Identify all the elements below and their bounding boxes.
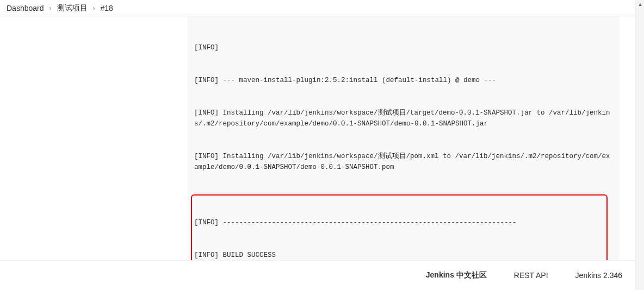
console-line: [INFO] BUILD SUCCESS xyxy=(194,250,604,260)
breadcrumb-item-dashboard[interactable]: Dashboard xyxy=(7,4,44,12)
chevron-right-icon: › xyxy=(93,4,95,12)
console-line: [INFO] Installing /var/lib/jenkins/works… xyxy=(194,108,613,129)
rest-api-link[interactable]: REST API xyxy=(514,271,548,280)
scroll-up-icon[interactable]: ▲ xyxy=(636,0,644,9)
breadcrumb-item-project[interactable]: 测试项目 xyxy=(57,3,88,13)
console-line: [INFO] --- maven-install-plugin:2.5.2:in… xyxy=(194,75,613,86)
jenkins-version[interactable]: Jenkins 2.346 xyxy=(575,271,622,280)
breadcrumb-item-build[interactable]: #18 xyxy=(101,4,113,12)
breadcrumb: Dashboard › 测试项目 › #18 xyxy=(0,0,644,16)
console-line: [INFO] ---------------------------------… xyxy=(194,217,604,228)
jenkins-community-link[interactable]: Jenkins 中文社区 xyxy=(426,270,487,280)
console-output: [INFO] [INFO] --- maven-install-plugin:2… xyxy=(188,16,620,260)
scrollbar[interactable]: ▲ xyxy=(635,0,644,290)
console-line: [INFO] xyxy=(194,42,613,53)
console-line: [INFO] Installing /var/lib/jenkins/works… xyxy=(194,151,613,173)
chevron-right-icon: › xyxy=(49,4,52,12)
content-area: [INFO] [INFO] --- maven-install-plugin:2… xyxy=(0,16,644,260)
build-success-highlight: [INFO] ---------------------------------… xyxy=(191,194,608,260)
footer: Jenkins 中文社区 REST API Jenkins 2.346 xyxy=(0,260,644,290)
